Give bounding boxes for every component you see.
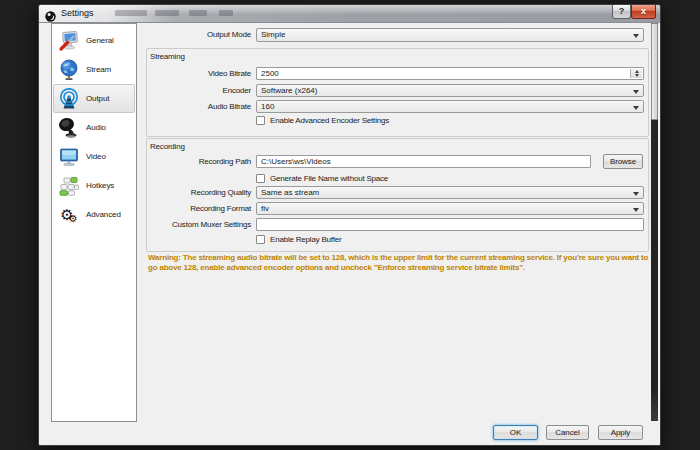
titlebar-ghost-artifact [189,10,207,16]
ok-button[interactable]: OK [493,425,538,440]
apply-button[interactable]: Apply [598,425,643,440]
output-mode-label: Output Mode [99,28,251,41]
streaming-group-title: Streaming [150,52,185,61]
encoder-select[interactable]: Software (x264) [256,84,644,97]
chevron-down-icon [633,192,639,196]
recording-quality-select[interactable]: Same as stream [256,186,644,199]
obs-logo-icon [45,8,56,19]
advanced-encoder-checkbox-label: Enable Advanced Encoder Settings [270,116,389,126]
scrollbar-thumb[interactable] [651,23,658,120]
cancel-button-label: Cancel [555,428,579,437]
help-icon: ? [619,6,625,16]
video-bitrate-input[interactable]: 2500 [256,67,644,80]
general-icon [57,29,81,53]
close-button[interactable]: x [631,5,656,19]
titlebar-ghost-artifact [155,10,179,16]
recording-format-label: Recording Format [99,202,251,215]
apply-button-label: Apply [611,428,631,437]
encoder-value: Software (x264) [261,86,317,95]
titlebar[interactable]: Settings ? x [39,5,660,23]
recording-quality-value: Same as stream [261,188,319,197]
audio-bitrate-select[interactable]: 160 [256,100,644,113]
recording-path-input[interactable]: C:\Users\ws\Videos [256,155,591,168]
custom-muxer-input[interactable] [256,218,644,231]
recording-format-select[interactable]: flv [256,202,644,215]
settings-window: Settings ? x [38,4,661,446]
video-icon [57,145,81,169]
titlebar-ghost-artifact [115,10,147,16]
audio-bitrate-value: 160 [261,102,274,111]
chevron-down-icon [633,34,639,38]
stream-icon [57,58,81,82]
output-mode-value: Simple [261,30,285,39]
close-icon: x [641,6,646,16]
window-title: Settings [61,8,94,18]
recording-format-value: flv [261,204,269,213]
replay-buffer-checkbox[interactable] [256,235,265,244]
vertical-scrollbar[interactable] [651,23,658,421]
encoder-label: Encoder [99,84,251,97]
chevron-down-icon [633,106,639,110]
recording-path-value: C:\Users\ws\Videos [261,157,331,166]
replay-buffer-checkbox-label: Enable Replay Buffer [270,235,341,245]
recording-group-title: Recording [150,142,185,151]
titlebar-ghost-artifact [219,10,233,16]
spin-down-icon[interactable] [635,74,639,77]
sidebar-item-label: Audio [86,123,106,132]
browse-button[interactable]: Browse [603,154,643,169]
output-mode-select[interactable]: Simple [256,28,644,42]
custom-muxer-label: Custom Muxer Settings [99,218,251,231]
audio-bitrate-label: Audio Bitrate [99,100,251,113]
spin-up-icon[interactable] [635,70,639,73]
video-bitrate-label: Video Bitrate [99,67,251,80]
video-bitrate-value: 2500 [261,69,279,78]
cancel-button[interactable]: Cancel [546,425,589,440]
bitrate-warning-text: Warning: The streaming audio bitrate wil… [148,253,650,273]
chevron-down-icon [633,90,639,94]
sidebar-item-audio[interactable]: Audio [53,113,135,142]
browse-button-label: Browse [610,157,636,166]
advanced-gears-icon: ⚙⚙ [57,203,81,227]
video-bitrate-spinner[interactable] [630,69,642,78]
no-space-checkbox-label: Generate File Name without Space [270,174,388,184]
audio-icon [57,116,81,140]
recording-quality-label: Recording Quality [99,186,251,199]
desktop-background: Settings ? x [0,0,700,450]
advanced-encoder-checkbox[interactable] [256,116,265,125]
ok-button-label: OK [510,428,521,437]
hotkeys-icon [57,174,81,198]
chevron-down-icon [633,208,639,212]
help-button[interactable]: ? [612,5,631,19]
recording-path-label: Recording Path [99,155,251,168]
output-icon [57,87,81,111]
no-space-checkbox[interactable] [256,174,265,183]
